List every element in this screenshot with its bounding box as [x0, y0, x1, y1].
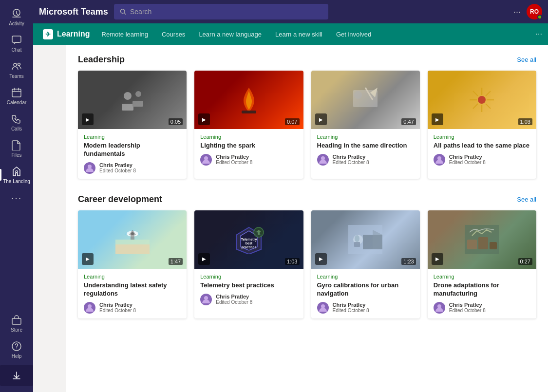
play-button[interactable]: ▶: [432, 253, 443, 265]
topbar-right: ··· RO: [513, 4, 542, 19]
sidebar: Activity Chat Teams Calend: [0, 0, 33, 392]
card-author: Chris Pratley Edited October 8: [317, 154, 414, 166]
svg-rect-50: [478, 237, 488, 249]
table-row[interactable]: Telemetry best practices ▶ 1:03 Learning…: [194, 210, 303, 318]
table-row[interactable]: ▶ 1:03 Learning All paths lead to the sa…: [428, 71, 536, 179]
author-date: Edited October 8: [449, 308, 486, 313]
sidebar-item-more[interactable]: ···: [0, 188, 33, 207]
card-title: All paths lead to the same place: [434, 142, 530, 150]
leadership-section-header: Leadership See all: [78, 55, 536, 65]
card-thumbnail: ▶ 0:47: [311, 71, 420, 129]
user-avatar[interactable]: RO: [527, 4, 542, 19]
navbar-item-courses[interactable]: Courses: [156, 28, 191, 41]
svg-rect-0: [12, 36, 21, 42]
sidebar-item-calls[interactable]: Calls: [0, 109, 33, 135]
svg-point-34: [88, 304, 92, 308]
table-row[interactable]: ▶ 0:47 Learning Heading in the same dire…: [311, 71, 420, 179]
svg-rect-14: [242, 111, 256, 113]
search-box[interactable]: [114, 4, 328, 19]
play-button[interactable]: ▶: [82, 113, 94, 125]
card-title: Drone adaptations for manufacturing: [434, 281, 530, 298]
author-name: Chris Pratley: [99, 162, 136, 168]
duration-badge: 1:03: [285, 258, 299, 265]
play-button[interactable]: ▶: [432, 113, 443, 125]
card-category: Learning: [84, 134, 181, 140]
svg-rect-31: [115, 244, 150, 254]
svg-point-7: [16, 349, 17, 350]
avatar: [84, 162, 95, 174]
sidebar-item-teams[interactable]: Teams: [0, 56, 33, 83]
svg-point-2: [18, 63, 20, 66]
leadership-section-title: Leadership: [78, 55, 125, 65]
avatar: [84, 302, 95, 314]
leadership-see-all[interactable]: See all: [517, 56, 536, 63]
play-button[interactable]: ▶: [198, 113, 210, 125]
duration-badge: 0:47: [401, 118, 416, 125]
author-name: Chris Pratley: [216, 294, 252, 299]
app-title: Microsoft Teams: [39, 7, 108, 17]
navbar-item-learn-new-language[interactable]: Learn a new language: [193, 28, 267, 41]
navbar-item-get-involved[interactable]: Get involved: [330, 28, 377, 41]
card-author: Chris Pratley Edited October 8: [317, 302, 414, 314]
search-input[interactable]: [130, 8, 322, 16]
card-category: Learning: [434, 274, 530, 280]
activity-icon: [11, 8, 22, 19]
landing-icon: [11, 166, 22, 177]
svg-rect-51: [490, 242, 497, 249]
sidebar-item-help[interactable]: Help: [0, 336, 33, 363]
author-date: Edited October 8: [216, 299, 252, 305]
card-thumbnail: ▶ 1:47: [78, 210, 187, 269]
search-icon: [120, 8, 126, 15]
author-date: Edited October 8: [333, 308, 369, 313]
svg-point-33: [131, 232, 134, 235]
svg-line-25: [473, 91, 478, 96]
author-date: Edited October 8: [99, 308, 136, 313]
svg-point-29: [437, 156, 441, 160]
help-icon: [11, 340, 22, 352]
sidebar-item-the-landing[interactable]: The Landing: [0, 162, 33, 188]
sidebar-item-calendar[interactable]: Calendar: [0, 83, 33, 109]
svg-text:best: best: [246, 242, 253, 245]
card-thumbnail: ▶ 0:27: [428, 210, 536, 269]
svg-line-27: [486, 91, 491, 96]
table-row[interactable]: ▶ 1:47 Learning Understanding latest saf…: [78, 210, 187, 318]
play-button[interactable]: ▶: [315, 253, 327, 265]
play-button[interactable]: ▶: [315, 113, 327, 125]
card-title: Lighting the spark: [200, 142, 297, 150]
author-date: Edited October 8: [449, 160, 486, 165]
table-row[interactable]: ▶ 0:05 Learning Modern leadership fundam…: [78, 71, 187, 179]
sidebar-activity-label: Activity: [9, 21, 24, 26]
svg-rect-46: [354, 242, 360, 247]
sidebar-item-chat[interactable]: Chat: [0, 30, 33, 56]
card-thumbnail: Telemetry best practices ▶ 1:03: [194, 210, 303, 269]
table-row[interactable]: ▶ 0:07 Learning Lighting the spark: [194, 71, 303, 179]
play-button[interactable]: ▶: [198, 253, 210, 265]
card-category: Learning: [434, 134, 530, 140]
sidebar-item-store[interactable]: Store: [0, 310, 33, 336]
sidebar-item-files[interactable]: Files: [0, 135, 33, 162]
navbar-brand-label: Learning: [57, 30, 90, 38]
sidebar-item-activity[interactable]: Activity: [0, 4, 33, 30]
author-date: Edited October 8: [333, 160, 369, 165]
navbar-more-button[interactable]: ···: [536, 30, 542, 38]
sidebar-calls-label: Calls: [11, 126, 22, 131]
play-button[interactable]: ▶: [82, 253, 94, 265]
store-icon: [11, 314, 22, 326]
svg-text:Telemetry: Telemetry: [241, 238, 257, 242]
author-date: Edited October 8: [99, 168, 136, 173]
table-row[interactable]: ▶ 1:23 Learning Gyro calibrations for ur…: [311, 210, 420, 318]
career-see-all[interactable]: See all: [517, 196, 536, 203]
navbar-item-learn-new-skill[interactable]: Learn a new skill: [269, 28, 328, 41]
svg-point-9: [124, 92, 132, 100]
sidebar-item-download[interactable]: [0, 365, 33, 386]
svg-point-47: [321, 304, 325, 308]
navbar-item-remote-learning[interactable]: Remote learning: [96, 28, 154, 41]
card-author: Chris Pratley Edited October 8: [84, 302, 181, 314]
table-row[interactable]: ▶ 0:27 Learning Drone adaptations for ma…: [428, 210, 536, 318]
svg-point-13: [88, 165, 92, 168]
card-category: Learning: [317, 134, 414, 140]
sidebar-store-label: Store: [11, 327, 22, 333]
card-title: Telemetry best practices: [200, 281, 297, 290]
topbar-more-button[interactable]: ···: [513, 7, 521, 17]
sidebar-landing-label: The Landing: [3, 179, 30, 184]
